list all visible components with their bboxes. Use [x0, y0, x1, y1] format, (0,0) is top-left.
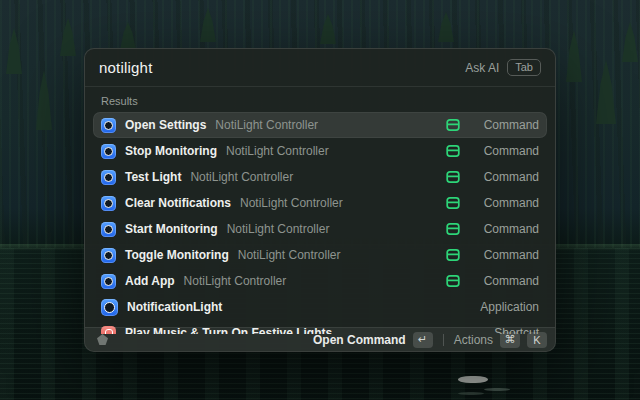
- result-row[interactable]: Stop Monitoring NotiLight Controller Com…: [93, 138, 547, 164]
- result-subtitle: NotiLight Controller: [190, 170, 437, 184]
- result-type-label: Command: [469, 118, 539, 132]
- app-icon: [101, 144, 116, 159]
- result-type-label: Command: [469, 144, 539, 158]
- results-section-label: Results: [85, 87, 555, 112]
- result-row[interactable]: Open Settings NotiLight Controller Comma…: [93, 112, 547, 138]
- app-icon: [101, 222, 116, 237]
- app-icon: [101, 196, 116, 211]
- result-row[interactable]: Toggle Monitoring NotiLight Controller C…: [93, 242, 547, 268]
- open-command-button[interactable]: Open Command: [313, 333, 406, 347]
- tab-key-badge: Tab: [507, 59, 541, 76]
- command-type-icon: [446, 222, 460, 236]
- result-title: Toggle Monitoring: [125, 248, 229, 262]
- result-subtitle: NotiLight Controller: [184, 274, 437, 288]
- result-type-label: Command: [469, 222, 539, 236]
- footer-actions: Open Command ↵ Actions ⌘ K: [313, 332, 547, 348]
- command-type-icon: [446, 248, 460, 262]
- result-subtitle: NotiLight Controller: [238, 248, 437, 262]
- command-type-icon: [446, 118, 460, 132]
- boat: [458, 376, 488, 383]
- result-title: Clear Notifications: [125, 196, 231, 210]
- launcher-window: notilight Ask AI Tab Results Open Settin…: [84, 48, 556, 352]
- command-type-icon: [446, 274, 460, 288]
- gem-icon: [97, 334, 108, 345]
- app-icon: [101, 170, 116, 185]
- enter-key-badge: ↵: [413, 332, 433, 348]
- result-subtitle: NotiLight Controller: [227, 222, 437, 236]
- result-type-label: Command: [469, 196, 539, 210]
- command-type-icon: [446, 144, 460, 158]
- result-type-label: Application: [469, 300, 539, 314]
- result-row[interactable]: Clear Notifications NotiLight Controller…: [93, 190, 547, 216]
- result-title: Test Light: [125, 170, 181, 184]
- cmd-key-badge: ⌘: [500, 332, 520, 348]
- k-key-badge: K: [527, 332, 547, 348]
- result-subtitle: NotiLight Controller: [215, 118, 437, 132]
- result-title: NotificationLight: [127, 300, 222, 314]
- result-title: Stop Monitoring: [125, 144, 217, 158]
- app-icon: [101, 248, 116, 263]
- footer-bar: Open Command ↵ Actions ⌘ K: [85, 327, 555, 351]
- ask-ai-label[interactable]: Ask AI: [465, 61, 499, 75]
- result-type-label: Command: [469, 274, 539, 288]
- result-row[interactable]: Test Light NotiLight Controller Command: [93, 164, 547, 190]
- result-row[interactable]: Start Monitoring NotiLight Controller Co…: [93, 216, 547, 242]
- app-icon: [101, 118, 116, 133]
- result-row[interactable]: Add App NotiLight Controller Command: [93, 268, 547, 294]
- app-icon: [101, 299, 118, 316]
- result-title: Open Settings: [125, 118, 206, 132]
- footer-divider: [443, 334, 444, 346]
- result-row[interactable]: NotificationLight Application: [93, 294, 547, 320]
- command-type-icon: [446, 196, 460, 210]
- search-input[interactable]: notilight: [99, 59, 465, 76]
- results-list: Open Settings NotiLight Controller Comma…: [85, 112, 555, 334]
- actions-button[interactable]: Actions: [454, 333, 493, 347]
- result-subtitle: NotiLight Controller: [240, 196, 437, 210]
- search-bar: notilight Ask AI Tab: [85, 49, 555, 87]
- result-type-label: Command: [469, 248, 539, 262]
- result-title: Start Monitoring: [125, 222, 218, 236]
- result-type-label: Command: [469, 170, 539, 184]
- result-title: Add App: [125, 274, 175, 288]
- result-subtitle: NotiLight Controller: [226, 144, 437, 158]
- command-type-icon: [446, 170, 460, 184]
- app-icon: [101, 274, 116, 289]
